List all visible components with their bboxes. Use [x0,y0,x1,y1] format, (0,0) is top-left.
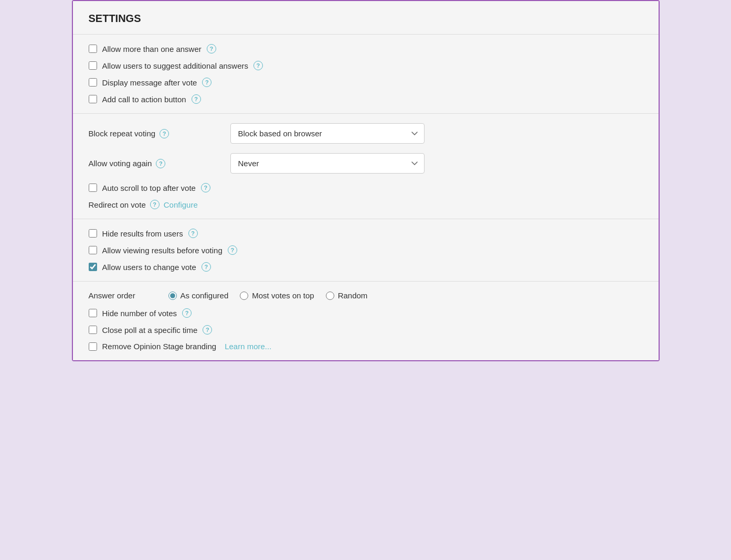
as-configured-option[interactable]: As configured [168,291,229,300]
block-repeat-voting-help-icon[interactable]: ? [160,129,169,138]
redirect-on-vote-row: Redirect on vote ? Configure [89,200,643,209]
auto-scroll-label: Auto scroll to top after vote [102,184,196,192]
close-poll-time-checkbox[interactable] [89,326,97,334]
section-answer-order: Answer order As configured Most votes on… [73,282,659,360]
auto-scroll-help-icon[interactable]: ? [201,183,210,192]
block-repeat-voting-label: Block repeat voting [89,129,156,138]
allow-change-vote-checkbox[interactable] [89,263,97,271]
allow-voting-again-help-icon[interactable]: ? [156,159,165,168]
allow-suggest-answers-row: Allow users to suggest additional answer… [89,61,643,70]
random-radio[interactable] [326,292,334,300]
add-cta-checkbox[interactable] [89,95,97,103]
settings-panel: SETTINGS Allow more than one answer ? Al… [72,0,660,361]
answer-order-row: Answer order As configured Most votes on… [89,291,643,300]
most-votes-label: Most votes on top [252,291,314,300]
allow-voting-again-row: Allow voting again ? Never After 1 day A… [89,153,643,174]
allow-change-vote-help-icon[interactable]: ? [202,262,211,272]
section-general-options: Allow more than one answer ? Allow users… [73,35,659,114]
add-cta-help-icon[interactable]: ? [192,94,201,104]
allow-change-vote-row: Allow users to change vote ? [89,262,643,272]
close-poll-time-help-icon[interactable]: ? [203,325,212,335]
allow-viewing-results-row: Allow viewing results before voting ? [89,245,643,255]
hide-vote-count-help-icon[interactable]: ? [182,308,192,318]
hide-vote-count-checkbox[interactable] [89,309,97,317]
hide-vote-count-label: Hide number of votes [102,309,177,318]
allow-voting-again-label: Allow voting again [89,159,152,168]
block-repeat-voting-row: Block repeat voting ? Block based on bro… [89,123,643,144]
as-configured-radio[interactable] [168,292,177,300]
add-cta-row: Add call to action button ? [89,94,643,104]
remove-branding-checkbox[interactable] [89,342,97,351]
allow-more-answers-row: Allow more than one answer ? [89,44,643,53]
close-poll-time-row: Close poll at a specific time ? [89,325,643,335]
random-option[interactable]: Random [326,291,368,300]
section-voting-controls: Block repeat voting ? Block based on bro… [73,114,659,219]
remove-branding-row: Remove Opinion Stage branding Learn more… [89,342,643,351]
allow-viewing-results-checkbox[interactable] [89,246,97,254]
most-votes-radio[interactable] [240,292,248,300]
learn-more-link[interactable]: Learn more... [225,342,271,351]
redirect-on-vote-label: Redirect on vote [89,200,146,209]
display-message-help-icon[interactable]: ? [202,78,211,87]
allow-voting-again-select[interactable]: Never After 1 day After 1 week After 1 m… [230,153,425,174]
hide-results-row: Hide results from users ? [89,229,643,238]
allow-change-vote-label: Allow users to change vote [102,263,196,272]
allow-suggest-answers-label: Allow users to suggest additional answer… [102,61,248,70]
close-poll-time-label: Close poll at a specific time [102,326,198,335]
settings-container: SETTINGS Allow more than one answer ? Al… [73,1,659,360]
answer-order-label: Answer order [89,291,157,300]
allow-viewing-results-label: Allow viewing results before voting [102,246,223,255]
hide-results-checkbox[interactable] [89,229,97,238]
allow-viewing-results-help-icon[interactable]: ? [228,245,237,255]
hide-results-label: Hide results from users [102,229,183,238]
display-message-label: Display message after vote [102,78,197,87]
display-message-checkbox[interactable] [89,78,97,87]
display-message-row: Display message after vote ? [89,78,643,87]
redirect-on-vote-help-icon[interactable]: ? [150,200,160,209]
add-cta-label: Add call to action button [102,95,186,104]
auto-scroll-checkbox[interactable] [89,184,97,192]
allow-more-answers-checkbox[interactable] [89,45,97,53]
most-votes-option[interactable]: Most votes on top [240,291,314,300]
auto-scroll-row: Auto scroll to top after vote ? [89,183,643,192]
configure-link[interactable]: Configure [164,200,198,209]
page-title: SETTINGS [73,1,659,35]
allow-more-answers-label: Allow more than one answer [102,45,202,53]
section-results: Hide results from users ? Allow viewing … [73,219,659,282]
allow-suggest-answers-help-icon[interactable]: ? [253,61,263,70]
block-repeat-voting-label-group: Block repeat voting ? [89,129,230,138]
random-label: Random [338,291,368,300]
remove-branding-label: Remove Opinion Stage branding [102,342,217,351]
allow-voting-again-label-group: Allow voting again ? [89,159,230,168]
allow-suggest-answers-checkbox[interactable] [89,61,97,70]
allow-more-answers-help-icon[interactable]: ? [207,44,216,53]
as-configured-label: As configured [181,291,229,300]
hide-vote-count-row: Hide number of votes ? [89,308,643,318]
block-repeat-voting-select[interactable]: Block based on browser Block based on IP… [230,123,425,144]
hide-results-help-icon[interactable]: ? [188,229,198,238]
